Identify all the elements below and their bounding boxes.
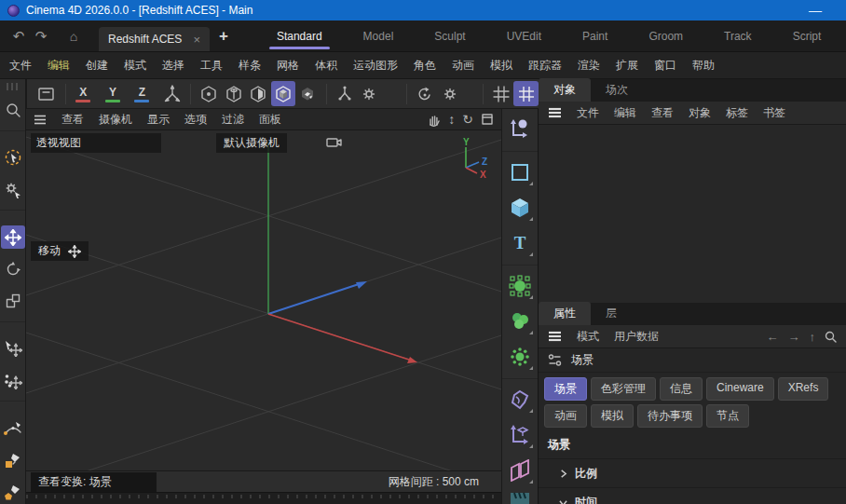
spline-pen-icon[interactable] [1,416,25,440]
menu-mode[interactable]: 模式 [124,58,146,74]
grid-snap-icon[interactable] [489,81,514,106]
om-menu-file[interactable]: 文件 [577,105,599,121]
menu-simulate[interactable]: 模拟 [490,58,512,74]
attr-tab-color-management[interactable]: 色彩管理 [591,377,656,401]
menu-extensions[interactable]: 扩展 [616,58,638,74]
menu-edit[interactable]: 编辑 [48,58,70,74]
generator-icon[interactable] [505,271,535,301]
layout-tab-standard[interactable]: Standard [256,20,343,51]
add-tab-button[interactable]: + [219,27,228,46]
deformer-icon[interactable] [505,385,535,415]
points-move-tool-icon[interactable] [1,369,25,392]
pan-hand-icon[interactable] [427,113,441,127]
mograph-cloner-icon[interactable] [505,342,535,372]
layout-tab-uvedit[interactable]: UVEdit [486,20,562,51]
coord-half-icon[interactable] [246,81,271,106]
scale-tool-icon[interactable] [1,290,25,313]
lock-y-axis-button[interactable]: Y [101,82,125,106]
modeling-axis-settings-icon[interactable] [357,81,382,106]
viewport-canvas[interactable]: 透视视图 默认摄像机 Y Z X 移动 [26,130,501,470]
om-menu-tags[interactable]: 标签 [726,105,748,121]
tab-layers[interactable]: 层 [591,302,632,325]
toolbar-grip[interactable] [7,83,20,90]
tab-takes[interactable]: 场次 [591,78,643,102]
rotation-settings-icon[interactable] [437,81,462,106]
modeling-axis-icon[interactable] [333,81,358,106]
selected-object-row[interactable]: 场景 [539,348,846,373]
close-icon[interactable]: × [193,33,200,47]
coord-object-icon[interactable] [271,81,296,106]
menu-render[interactable]: 渲染 [578,58,600,74]
layout-tab-paint[interactable]: Paint [562,20,628,51]
menu-spline[interactable]: 样条 [239,58,261,74]
menu-animate[interactable]: 动画 [452,58,474,74]
om-hamburger-icon[interactable] [548,107,562,118]
attr-tab-todo[interactable]: 待办事项 [637,404,703,428]
attr-tab-scene[interactable]: 场景 [544,377,587,401]
om-menu-view[interactable]: 查看 [651,105,674,121]
menu-file[interactable]: 文件 [9,58,32,74]
camera-icon[interactable] [326,136,343,149]
om-menu-objects[interactable]: 对象 [689,105,711,121]
layout-tab-script[interactable]: Script [772,20,842,51]
nav-up-icon[interactable]: ↑ [810,330,816,344]
move-tool-icon[interactable] [1,225,25,249]
broken-cube-icon[interactable] [295,81,321,106]
attr-tab-cineware[interactable]: Cineware [706,377,774,401]
layout-tab-groom[interactable]: Groom [628,20,703,51]
workplane-icon[interactable] [34,81,60,106]
nav-forward-icon[interactable]: → [788,330,800,344]
pen-polygon-icon[interactable] [1,481,25,504]
section-time[interactable]: 时间 [539,488,846,504]
coord-world-icon[interactable] [197,81,222,106]
layout-tab-sculpt[interactable]: Sculpt [414,20,485,51]
lock-z-axis-button[interactable]: Z [130,82,155,106]
maximize-view-icon[interactable] [481,113,494,126]
menu-mesh[interactable]: 网格 [277,58,299,74]
viewport-menu-filter[interactable]: 过滤 [222,112,244,128]
section-scale[interactable]: 比例 [539,459,846,488]
viewport-hamburger-icon[interactable] [34,115,47,125]
coord-cylinder-icon[interactable] [221,81,246,106]
timeline-ruler-strip[interactable] [26,492,501,504]
track-path-icon[interactable] [505,115,535,144]
document-tab[interactable]: Redshift ACES × [99,27,210,51]
minimize-button[interactable]: — [809,6,822,15]
cube-primitive-icon[interactable] [505,193,535,223]
menu-tools[interactable]: 工具 [200,58,223,74]
rotate-tool-icon[interactable] [1,257,25,280]
stage-object-icon[interactable] [505,491,535,504]
menu-mograph[interactable]: 运动图形 [353,58,398,74]
volume-builder-icon[interactable] [505,306,535,336]
undo-icon[interactable]: ↶ [7,28,30,45]
om-menu-edit[interactable]: 编辑 [614,105,636,121]
spline-rectangle-icon[interactable] [505,157,535,187]
menu-tracker[interactable]: 跟踪器 [528,58,562,74]
live-selection-icon[interactable] [1,146,25,170]
nav-back-icon[interactable]: ← [767,330,779,344]
symmetry-icon[interactable] [505,456,535,485]
viewport-menu-panel[interactable]: 面板 [259,112,281,128]
object-list[interactable] [539,125,846,303]
pen-square-icon[interactable] [1,448,25,471]
attr-tab-nodes[interactable]: 节点 [706,404,749,428]
layout-tab-model[interactable]: Model [343,20,415,51]
home-icon[interactable]: ⌂ [61,29,86,44]
reset-rotation-icon[interactable] [413,81,438,106]
lock-x-axis-button[interactable]: X [72,82,96,106]
viewport-menu-display[interactable]: 显示 [147,112,170,128]
menu-volume[interactable]: 体积 [315,58,337,74]
grid-snap-active-icon[interactable] [513,81,539,106]
menu-character[interactable]: 角色 [414,58,436,74]
view-label[interactable]: 透视视图 [31,133,161,153]
attr-tab-simulation[interactable]: 模拟 [591,404,634,428]
redo-icon[interactable]: ↷ [30,28,52,45]
orbit-icon[interactable]: ↻ [462,112,473,127]
attr-tab-xrefs[interactable]: XRefs [778,377,829,401]
menu-help[interactable]: 帮助 [692,58,715,74]
tool-settings-icon[interactable] [1,178,25,201]
menu-select[interactable]: 选择 [162,58,184,74]
om-menu-bookmarks[interactable]: 书签 [763,105,785,121]
viewport-menu-view[interactable]: 查看 [61,112,84,128]
tab-objects[interactable]: 对象 [539,78,591,102]
